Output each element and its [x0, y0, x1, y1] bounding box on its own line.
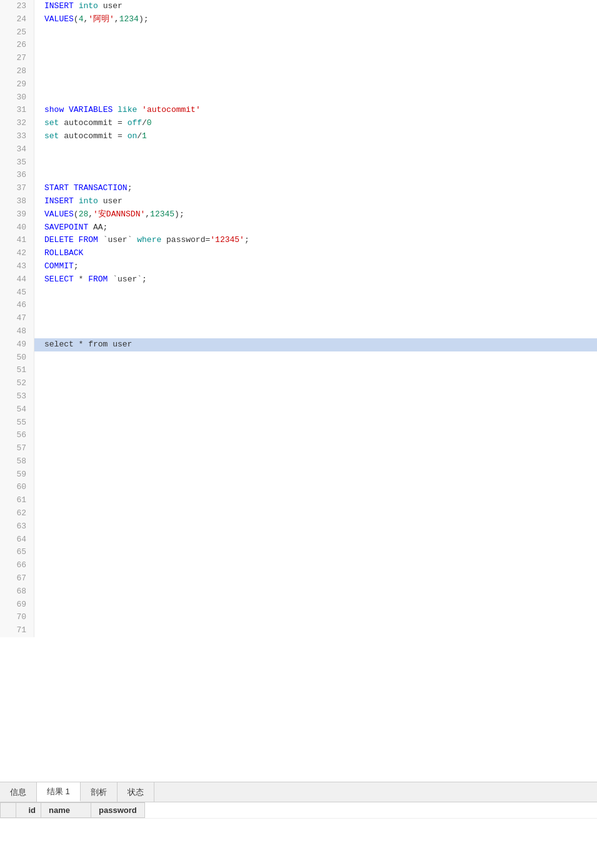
line-content [34, 156, 597, 169]
code-line: 58 [0, 455, 597, 468]
code-line: 63 [0, 520, 597, 533]
code-line: 56 [0, 429, 597, 442]
line-content [34, 377, 597, 390]
bottom-panel: 信息结果 1剖析状态 id name password [0, 782, 597, 818]
line-content [34, 585, 597, 598]
code-line: 30 [0, 91, 597, 104]
line-number: 26 [0, 39, 34, 52]
line-number: 50 [0, 351, 34, 365]
line-content: INSERT into user [34, 0, 597, 13]
code-line: 38INSERT into user [0, 195, 597, 208]
line-content [34, 312, 597, 325]
line-content [34, 611, 597, 624]
col-header-password: password [91, 803, 145, 818]
line-number: 42 [0, 247, 34, 260]
line-content [34, 65, 597, 78]
code-line: 23INSERT into user [0, 0, 597, 13]
line-content: COMMIT; [34, 260, 597, 273]
results-table-container: id name password [0, 802, 597, 818]
code-line: 61 [0, 494, 597, 507]
code-editor[interactable]: 23INSERT into user24VALUES(4,'阿明',1234);… [0, 0, 597, 782]
line-number: 66 [0, 559, 34, 572]
line-content [34, 429, 597, 442]
code-line: 26 [0, 39, 597, 52]
line-number: 34 [0, 143, 34, 156]
line-number: 63 [0, 520, 34, 533]
code-line: 44SELECT * FROM `user`; [0, 273, 597, 286]
code-line: 31show VARIABLES like 'autocommit' [0, 104, 597, 117]
line-number: 23 [0, 0, 34, 13]
code-line: 32set autocommit = off/0 [0, 117, 597, 130]
line-number: 68 [0, 585, 34, 598]
code-line: 52 [0, 377, 597, 390]
line-number: 54 [0, 403, 34, 416]
code-line: 35 [0, 156, 597, 169]
code-line: 55 [0, 416, 597, 430]
tab-item-剖析[interactable]: 剖析 [81, 782, 118, 802]
line-number: 48 [0, 325, 34, 338]
code-line: 46 [0, 299, 597, 312]
tab-item-信息[interactable]: 信息 [0, 782, 37, 802]
line-content: VALUES(28,'安DANNSDN',12345); [34, 208, 597, 221]
code-line: 48 [0, 325, 597, 338]
line-number: 59 [0, 468, 34, 482]
line-number: 39 [0, 208, 34, 221]
code-line: 42ROLLBACK [0, 247, 597, 260]
code-line: 43COMMIT; [0, 260, 597, 273]
code-line: 37START TRANSACTION; [0, 182, 597, 195]
line-content [34, 325, 597, 338]
line-number: 25 [0, 26, 34, 39]
code-line: 29 [0, 78, 597, 91]
line-content: START TRANSACTION; [34, 182, 597, 195]
line-content[interactable]: select * from user [34, 338, 597, 351]
line-number: 43 [0, 260, 34, 273]
line-number: 45 [0, 286, 34, 300]
line-content [34, 364, 597, 377]
line-number: 30 [0, 91, 34, 104]
line-number: 24 [0, 13, 34, 26]
line-content [34, 299, 597, 312]
code-line: 28 [0, 65, 597, 78]
line-content [34, 416, 597, 430]
results-table-head: id name password [1, 803, 145, 818]
line-number: 65 [0, 546, 34, 559]
code-line: 41DELETE FROM `user` where password='123… [0, 234, 597, 247]
line-content: SELECT * FROM `user`; [34, 273, 597, 286]
line-number: 70 [0, 611, 34, 624]
code-line: 71 [0, 624, 597, 637]
line-content [34, 91, 597, 104]
line-number: 64 [0, 533, 34, 547]
line-content: set autocommit = on/1 [34, 130, 597, 143]
code-line: 60 [0, 481, 597, 494]
line-content: ROLLBACK [34, 247, 597, 260]
line-content [34, 559, 597, 572]
line-number: 57 [0, 442, 34, 455]
code-line: 25 [0, 26, 597, 39]
code-line: 34 [0, 143, 597, 156]
line-content [34, 78, 597, 91]
code-line: 57 [0, 442, 597, 455]
line-number: 41 [0, 234, 34, 247]
line-number: 40 [0, 221, 34, 235]
results-table: id name password [0, 802, 145, 818]
line-number: 35 [0, 156, 34, 169]
code-line: 24VALUES(4,'阿明',1234); [0, 13, 597, 26]
line-content [34, 520, 597, 533]
line-number: 31 [0, 104, 34, 117]
line-content [34, 351, 597, 365]
line-number: 51 [0, 364, 34, 377]
code-lines: 23INSERT into user24VALUES(4,'阿明',1234);… [0, 0, 597, 637]
tab-item-状态[interactable]: 状态 [118, 782, 154, 802]
code-line: 65 [0, 546, 597, 559]
tab-item-结果 1[interactable]: 结果 1 [37, 782, 81, 802]
line-number: 36 [0, 169, 34, 182]
line-number: 47 [0, 312, 34, 325]
line-content: VALUES(4,'阿明',1234); [34, 13, 597, 26]
line-number: 38 [0, 195, 34, 208]
code-line: 47 [0, 312, 597, 325]
code-line: 51 [0, 364, 597, 377]
code-line: 27 [0, 52, 597, 65]
code-line: 62 [0, 507, 597, 520]
results-header-row: id name password [1, 803, 145, 818]
line-number: 55 [0, 416, 34, 430]
